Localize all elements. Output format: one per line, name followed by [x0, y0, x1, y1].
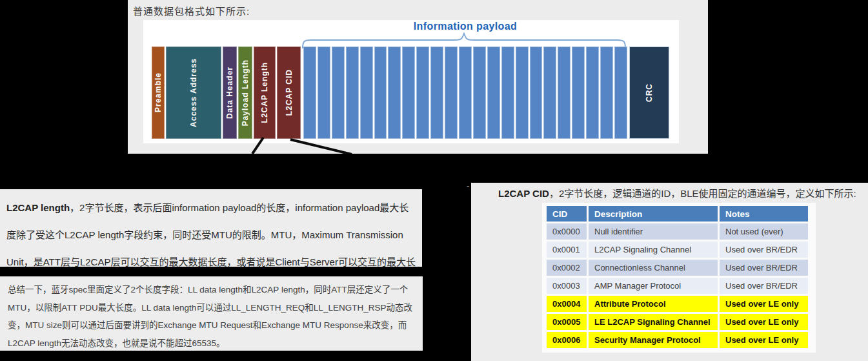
cell-cid: 0x0002 — [547, 260, 587, 276]
cell-description: Connectionless Channel — [589, 260, 718, 276]
l2cap-cid-heading: L2CAP CID，2字节长度，逻辑通道的ID，BLE使用固定的通道编号，定义如… — [498, 186, 856, 200]
packet-format-panel: 普通数据包格式如下所示: Information payload Preambl… — [128, 0, 708, 154]
cell-notes: Used over BR/EDR — [720, 278, 808, 294]
cid-table-backing: CIDDescriptionNotes0x0000Null identifier… — [542, 203, 816, 353]
information-payload-label: Information payload — [303, 21, 627, 32]
packet-field-label: L2CAP CID — [285, 69, 294, 116]
cell-cid: 0x0000 — [547, 223, 587, 240]
cell-cid: 0x0003 — [547, 278, 587, 294]
payload-cell — [416, 46, 429, 139]
page: 普通数据包格式如下所示: Information payload Preambl… — [0, 0, 868, 361]
packet-field-label: L2CAP Length — [260, 62, 269, 123]
cell-cid: 0x0005 — [547, 314, 587, 330]
table-header-cell: CID — [547, 206, 587, 222]
cell-description: Attribute Protocol — [589, 296, 718, 312]
packet-field-label: Payload Length — [241, 59, 250, 126]
cell-cid: 0x0001 — [547, 242, 587, 258]
l2cap-cid-panel: L2CAP CID，2字节长度，逻辑通道的ID，BLE使用固定的通道编号，定义如… — [471, 183, 868, 361]
cell-notes: Used over LE only — [720, 314, 808, 330]
summary-note: 总结一下，蓝牙spec里面定义了2个长度字段：LL data length和L2… — [0, 276, 423, 351]
crc-label: CRC — [645, 83, 654, 102]
table-header-cell: Notes — [720, 206, 808, 222]
payload-cell — [360, 46, 373, 139]
payload-cell — [303, 46, 316, 139]
cell-description: LE L2CAP Signaling Channel — [589, 314, 718, 330]
payload-cell — [614, 46, 627, 139]
payload-cell — [459, 46, 472, 139]
list-bullet: - — [467, 181, 469, 191]
payload-cell — [318, 46, 330, 139]
payload-cell — [543, 46, 556, 139]
payload-cell — [558, 46, 570, 139]
table-row: 0x0002Connectionless ChannelUsed over BR… — [547, 260, 810, 276]
payload-cell — [402, 46, 415, 139]
table-row: 0x0006Security Manager ProtocolUsed over… — [547, 332, 810, 348]
payload-cell — [487, 46, 500, 139]
summary-text: 总结一下，蓝牙spec里面定义了2个长度字段：LL data length和L2… — [8, 285, 412, 348]
packet-field: Access Address — [166, 46, 221, 139]
payload-cell — [332, 46, 345, 139]
crc-field: CRC — [629, 46, 669, 139]
cid-table: CIDDescriptionNotes0x0000Null identifier… — [547, 206, 810, 350]
table-row: 0x0004Attribute ProtocolUsed over LE onl… — [547, 296, 810, 312]
cell-notes: Not used (ever) — [720, 223, 808, 240]
cell-notes: Used over BR/EDR — [720, 260, 808, 276]
payload-cell — [530, 46, 543, 139]
panel-title: 普通数据包格式如下所示: — [133, 4, 250, 17]
payload-cell — [430, 46, 443, 139]
packet-field: Payload Length — [238, 46, 252, 139]
payload-cell — [445, 46, 458, 139]
payload-cell — [516, 46, 529, 139]
cell-description: Null identifier — [589, 223, 718, 240]
payload-cell — [346, 46, 359, 139]
packet-diagram: Information payload PreambleAccess Addre… — [143, 20, 679, 143]
cell-notes: Used over LE only — [720, 332, 808, 348]
table-row: 0x0003AMP Manager ProtocolUsed over BR/E… — [547, 278, 810, 294]
table-row: 0x0001L2CAP Signaling ChannelUsed over B… — [547, 242, 810, 258]
packet-field: L2CAP Length — [254, 46, 276, 139]
l2cap-length-note: L2CAP length，2字节长度，表示后面information paylo… — [0, 189, 422, 267]
packet-field-label: Preamble — [154, 72, 163, 112]
payload-cell — [473, 46, 486, 139]
table-header-cell: Description — [589, 206, 718, 222]
packet-field-label: Access Address — [189, 58, 198, 127]
table-row: 0x0000Null identifierNot used (ever) — [547, 223, 810, 240]
packet-field: Preamble — [152, 46, 165, 139]
cell-description: Security Manager Protocol — [589, 332, 718, 348]
payload-cell — [600, 46, 613, 139]
payload-cell — [374, 46, 387, 139]
l2cap-cid-text: ，2字节长度，逻辑通道的ID，BLE使用固定的通道编号，定义如下所示: — [549, 188, 856, 199]
cell-cid: 0x0004 — [547, 296, 587, 312]
cell-description: L2CAP Signaling Channel — [589, 242, 718, 258]
payload-cell — [586, 46, 599, 139]
table-header-row: CIDDescriptionNotes — [547, 206, 810, 222]
packet-field: L2CAP CID — [277, 46, 301, 139]
l2cap-cid-term: L2CAP CID — [498, 188, 549, 199]
cell-notes: Used over LE only — [720, 296, 808, 312]
packet-field: Data Header — [223, 46, 237, 139]
cell-notes: Used over BR/EDR — [720, 242, 808, 258]
packet-field-label: Data Header — [225, 67, 234, 119]
cell-description: AMP Manager Protocol — [589, 278, 718, 294]
payload-cells — [303, 46, 627, 139]
table-row: 0x0005LE L2CAP Signaling ChannelUsed ove… — [547, 314, 810, 330]
payload-cell — [572, 46, 585, 139]
payload-cell — [501, 46, 514, 139]
l2cap-length-term: L2CAP length — [6, 202, 70, 213]
cell-cid: 0x0006 — [547, 332, 587, 348]
payload-cell — [388, 46, 401, 139]
